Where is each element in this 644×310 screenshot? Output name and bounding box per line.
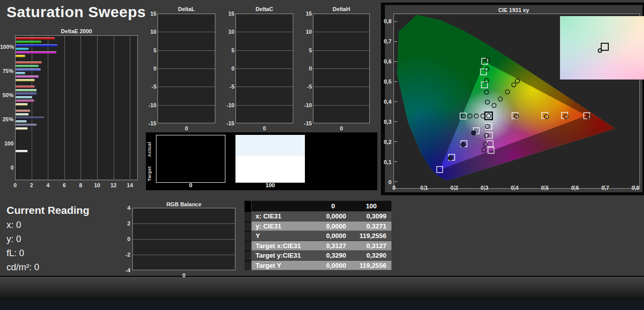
grid-line [236,32,293,32]
axis-tick-label: 15 [219,10,234,17]
deltac-chart-title: DeltaC [235,6,293,13]
patch-preview-panel: Actual Target 0 100 [146,132,377,190]
axis-tick-label: 0,8 [378,18,391,25]
axis-tick-label: 0,4 [507,184,522,191]
patch-preview-100-actual [235,135,305,156]
axis-tick-label: 10 [219,28,234,35]
grid-line [80,36,81,180]
grid-line [133,239,235,240]
axis-tick-label: 0 [118,236,130,243]
axis-tick-label: -15 [297,120,312,127]
patch-preview-0 [156,135,225,183]
axis-tick-label: 0,3 [378,118,391,125]
deltae-bar [16,93,37,95]
deltae2000-plot [15,35,138,180]
deltae2000-chart-title: DeltaE 2000 [15,28,138,35]
axis-tick-label: -5 [219,83,234,90]
deltae-bar [16,37,55,40]
rgb-balance-chart-title: RGB Balance [132,201,235,208]
reading-value: 0 [34,262,39,272]
cie-measure-circle-filled [461,142,465,146]
deltae-bar [16,117,44,119]
row-value-0: 0,0000 [315,231,351,241]
axis-tick-label: 5 [219,47,234,54]
grid-line [48,36,48,180]
gutter-cell [245,231,251,241]
row-value-0: 0,0000 [315,261,351,270]
grid-line [158,105,215,106]
grid-line [313,32,369,32]
axis-tick-label: -15 [141,120,156,127]
row-label: Y [252,231,315,241]
axis-tick-label: 0,2 [378,138,391,145]
axis-tick-label: -5 [297,83,312,90]
deltae-bar [16,86,35,88]
grid-line [133,255,235,255]
row-value-0: 0,3127 [315,241,351,251]
axis-tick-label: -15 [219,120,234,127]
deltae-bar [16,124,37,126]
grid-line [64,36,65,180]
grid-line [313,68,369,69]
cie-panel: CIE 1931 xy [381,3,644,195]
cie-chart-title: CIE 1931 xy [385,7,642,14]
deltae-bar [16,48,29,50]
axis-tick-label: -2 [118,251,130,258]
current-reading-heading: Current Reading [7,204,90,216]
axis-tick-label: -5 [141,83,156,90]
axis-tick-label: 10 [141,28,156,35]
cie-zoom-inset [560,16,644,80]
page-title: Saturation Sweeps [7,4,146,21]
deltae-bar [16,65,39,67]
axis-tick-label: 0 [132,272,235,279]
deltae-row-label: 100 [0,140,14,147]
grid-line [32,36,32,180]
table-row: x: CIE310,00000,3099 [252,211,391,221]
reading-label: x: [7,220,16,230]
patch-preview-100 [235,135,305,183]
row-value-100: 119,2556 [351,261,391,270]
bottom-toolbar: ▲ 0 100 ▲ ■▶⊣⊢∞↻ « Back Next » [0,276,644,310]
axis-tick-label: 0,4 [378,98,391,105]
deltae-bar [16,103,28,106]
axis-tick-label: 15 [141,10,156,17]
row-value-100: 0,3271 [351,221,391,231]
deltae-row-label: 75% [0,67,14,74]
axis-tick-label: 0,3 [477,184,492,191]
axis-tick-label: 0,7 [598,184,613,191]
patch-preview-0-label: 0 [156,182,225,188]
axis-tick-label: 2 [118,220,130,227]
deltae-bar [16,61,42,64]
grid-line [114,36,114,180]
row-value-0: 0,0000 [315,221,351,231]
axis-tick-label: 0,2 [447,184,462,191]
grid-line [236,68,293,69]
patch-preview-100-label: 100 [235,182,305,188]
row-value-100: 0,3099 [351,211,391,221]
table-row: Target Y0,0000119,2556 [252,261,391,271]
row-label: Target Y [252,261,315,270]
axis-tick-label: 0 [235,125,293,132]
deltae-bar [16,150,28,152]
header-blank [252,201,315,211]
axis-tick-label: 0,7 [378,38,391,45]
row-label: x: CIE31 [252,211,315,221]
actual-row-label: Actual [147,136,153,163]
axis-tick-label: 0 [141,65,156,72]
row-label: y: CIE31 [252,221,315,231]
reading-label: fL: [7,248,19,258]
deltae-row-label: 50% [0,92,14,99]
grid-line [158,68,215,69]
cie-inset-measure-marker [598,48,602,53]
gutter-cell [245,261,251,271]
table-row: Target y:CIE310,32900,3290 [252,251,391,261]
gutter-cell [245,212,251,221]
deltae-bar [16,89,37,92]
reading-value: 0 [16,234,21,244]
gutter-cell [245,201,251,211]
axis-tick-label: 14 [124,182,136,189]
row-value-100: 0,3127 [351,241,391,251]
grid-line [130,36,130,180]
reading-label: cd/m²: [7,262,34,272]
reading-value: 0 [19,248,24,258]
